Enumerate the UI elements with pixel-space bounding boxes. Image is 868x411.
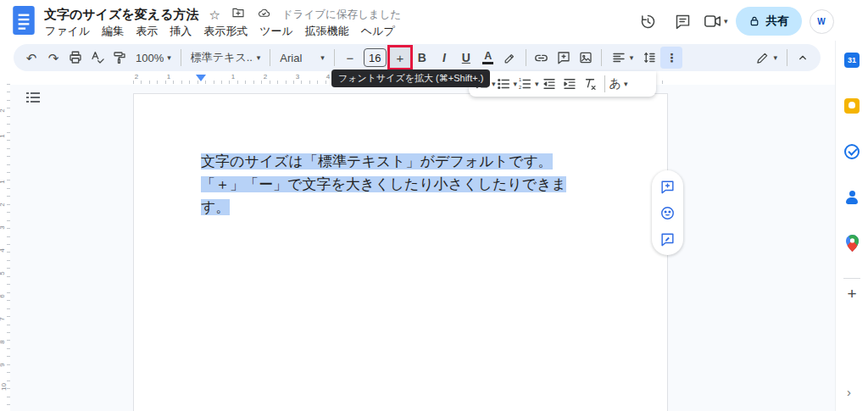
increase-font-size-button[interactable]: + [389, 47, 411, 69]
suggest-edits-button[interactable] [658, 229, 678, 249]
document-text-line[interactable]: 文字のサイズは「標準テキスト」がデフォルトです。 [201, 150, 659, 173]
input-tools-button[interactable]: あ ▾ [609, 76, 628, 92]
more-options-button[interactable]: ⋮ [660, 47, 682, 69]
add-comment-margin-button[interactable] [658, 176, 678, 197]
undo-button[interactable]: ↶ [20, 47, 42, 69]
tasks-icon [844, 144, 860, 159]
menu-item[interactable]: 挿入 [164, 24, 198, 39]
join-call-button[interactable]: ▾ [704, 14, 728, 29]
calendar-app-button[interactable]: 31 [839, 47, 865, 73]
highlight-color-button[interactable] [499, 47, 521, 69]
menu-item[interactable]: ヘルプ [355, 24, 401, 39]
bold-button[interactable]: B [411, 47, 433, 69]
editing-mode-select[interactable]: ▾ [750, 47, 782, 69]
selected-text: 「＋」「ー」で文字を大きくしたり小さくしたりできま [201, 176, 566, 192]
google-docs-logo[interactable] [13, 6, 35, 38]
redo-button[interactable]: ↷ [42, 47, 64, 69]
svg-text:1: 1 [519, 77, 521, 82]
indent-marker-icon[interactable] [196, 75, 206, 81]
menu-item[interactable]: ツール [253, 24, 299, 39]
line-spacing-button[interactable] [638, 47, 660, 69]
ruler-number: 2 [135, 73, 138, 81]
ruler-number: 2 [0, 108, 6, 112]
document-title[interactable]: 文字のサイズを変える方法 [44, 7, 198, 23]
chevron-down-icon: ▾ [535, 81, 539, 88]
margin-action-pill [652, 170, 683, 255]
history-icon [639, 13, 657, 31]
chevron-down-icon: ▾ [257, 54, 261, 62]
document-text-line[interactable]: 「＋」「ー」で文字を大きくしたり小さくしたりできま [201, 173, 659, 196]
print-icon [68, 50, 83, 65]
document-page[interactable] [133, 93, 668, 411]
ruler-number: 5 [0, 271, 6, 275]
font-family-value: Arial [280, 52, 317, 64]
cloud-saved-icon[interactable] [256, 7, 272, 23]
highlighter-icon [503, 51, 517, 65]
toolbar-divider [270, 49, 270, 66]
image-icon [578, 50, 593, 65]
menu-item[interactable]: 拡張機能 [299, 24, 355, 39]
contacts-app-button[interactable] [839, 185, 865, 210]
comment-icon [674, 13, 692, 31]
font-size-tooltip: フォントサイズを拡大 (⌘+Shift+.) [331, 69, 490, 87]
menu-item[interactable]: ファイル [39, 24, 96, 39]
account-avatar[interactable]: W [810, 9, 834, 34]
chevron-down-icon[interactable]: ▾ [724, 18, 728, 25]
decrease-font-size-button[interactable]: − [339, 47, 361, 69]
ruler-number: 1 [0, 180, 6, 183]
version-history-button[interactable] [634, 8, 661, 35]
underline-button[interactable]: U [455, 47, 477, 69]
chevron-down-icon: ▾ [167, 54, 171, 62]
menu-item[interactable]: 表示形式 [198, 24, 253, 39]
tasks-app-button[interactable] [839, 139, 865, 164]
minus-icon: − [346, 52, 353, 64]
paragraph-style-value: 標準テキス... [191, 50, 253, 65]
open-comments-button[interactable] [669, 8, 696, 35]
font-size-input[interactable]: 16 [364, 48, 387, 67]
italic-button[interactable]: I [433, 47, 455, 69]
zoom-select[interactable]: 100% ▾ [131, 47, 176, 69]
insert-image-button[interactable] [575, 47, 597, 69]
align-select[interactable]: ▾ [606, 47, 639, 69]
star-icon[interactable]: ☆ [209, 8, 220, 21]
numbered-list-button[interactable]: 12 ▾ [517, 76, 539, 92]
move-folder-icon[interactable] [231, 6, 246, 23]
spell-check-button[interactable] [86, 47, 108, 69]
paint-format-button[interactable] [108, 47, 131, 69]
rail-divider [843, 278, 860, 279]
hide-menus-button[interactable] [792, 47, 814, 69]
insert-link-button[interactable] [531, 47, 553, 69]
maps-app-button[interactable] [839, 230, 865, 256]
keep-app-button[interactable] [839, 93, 865, 119]
saved-status[interactable]: ドライブに保存しました [282, 8, 401, 22]
clear-formatting-icon [582, 76, 598, 92]
calendar-icon: 31 [844, 53, 860, 68]
text-color-button[interactable]: A [477, 47, 499, 69]
print-button[interactable] [64, 47, 86, 69]
font-family-select[interactable]: Arial ▾ [275, 47, 330, 69]
ruler-number: 10 [0, 383, 8, 391]
vertical-ruler[interactable]: 2112345678910 [0, 84, 10, 411]
ruler-number: 2 [0, 203, 6, 206]
line-spacing-icon [642, 50, 657, 65]
show-outline-button[interactable] [24, 90, 42, 108]
menu-item[interactable]: 表示 [130, 24, 164, 39]
add-emoji-reaction-button[interactable] [658, 203, 678, 223]
decrease-indent-button[interactable] [539, 74, 559, 94]
ruler-number: 2 [264, 73, 267, 81]
bulleted-list-button[interactable]: ▾ [496, 76, 518, 92]
chevron-down-icon: ▾ [320, 54, 325, 62]
underline-icon: U [462, 52, 470, 64]
paragraph-style-select[interactable]: 標準テキス... ▾ [186, 47, 266, 69]
increase-indent-button[interactable] [559, 74, 580, 94]
clear-formatting-button[interactable] [580, 74, 600, 94]
toolbar-divider [334, 49, 335, 66]
share-button[interactable]: 共有 [736, 7, 802, 36]
input-tools-icon: あ [609, 76, 621, 92]
document-text-line[interactable]: す。 [201, 196, 659, 219]
get-addons-button[interactable]: + [847, 286, 856, 302]
show-side-panel-button[interactable]: › [847, 385, 851, 399]
menu-item[interactable]: 編集 [96, 24, 130, 39]
contacts-icon [844, 190, 860, 205]
add-comment-button[interactable] [553, 47, 575, 69]
